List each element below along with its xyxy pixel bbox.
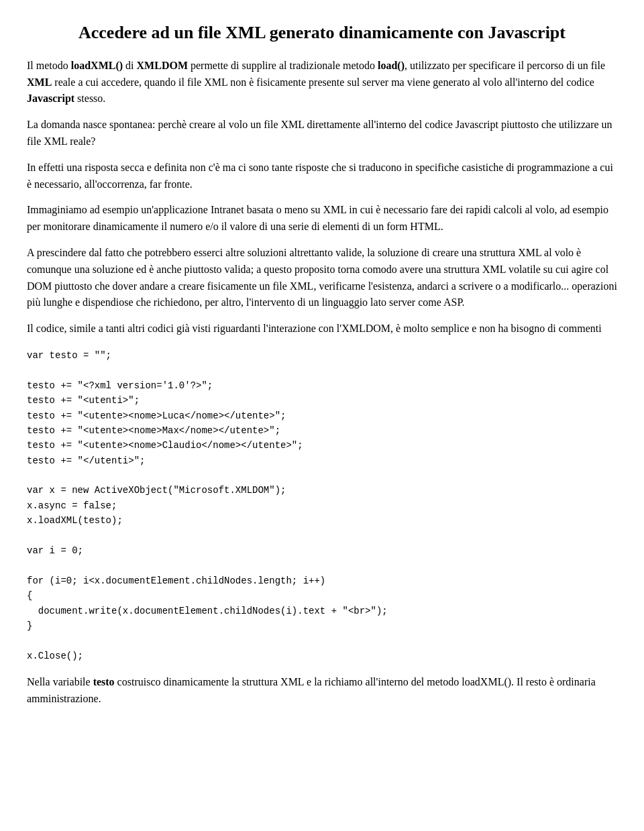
page-title: Accedere ad un file XML generato dinamic… bbox=[27, 21, 617, 44]
paragraph-6: Il codice, simile a tanti altri codici g… bbox=[27, 321, 617, 337]
paragraph-4: Immaginiamo ad esempio un'applicazione I… bbox=[27, 202, 617, 235]
paragraph-3: In effetti una risposta secca e definita… bbox=[27, 160, 617, 193]
paragraph-2: La domanda nasce spontanea: perchè crear… bbox=[27, 117, 617, 150]
paragraph-1: Il metodo loadXML() di XMLDOM permette d… bbox=[27, 58, 617, 107]
last-paragraph: Nella variabile testo costruisco dinamic… bbox=[27, 674, 617, 708]
paragraph-5: A prescindere dal fatto che potrebbero e… bbox=[27, 245, 617, 311]
code-block: var testo = ""; testo += "<?xml version=… bbox=[27, 348, 617, 663]
